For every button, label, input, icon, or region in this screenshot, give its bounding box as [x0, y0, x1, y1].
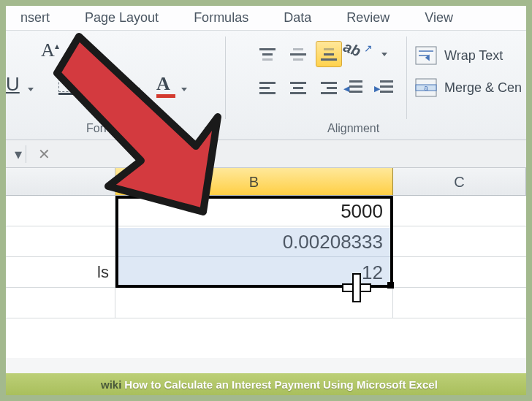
cancel-icon[interactable]: ✕: [32, 145, 56, 163]
cell-B1[interactable]: 5000: [115, 196, 393, 226]
borders-dropdown-icon[interactable]: [82, 88, 88, 91]
tab-view[interactable]: View: [417, 6, 460, 30]
caption-bar: wiki How to Calculate an Interest Paymen…: [6, 373, 526, 395]
grow-font-button[interactable]: A▴: [41, 39, 59, 61]
orientation-button[interactable]: ab ↗: [343, 41, 395, 67]
group-divider: [406, 37, 407, 119]
align-bottom-button[interactable]: [316, 41, 342, 67]
ribbon-tabs: nsert Page Layout Formulas Data Review V…: [6, 6, 526, 31]
shrink-font-button[interactable]: A▾: [67, 44, 80, 59]
excel-window: nsert Page Layout Formulas Data Review V…: [6, 6, 526, 395]
column-header-B[interactable]: B: [115, 168, 393, 195]
fill-color-button[interactable]: ◢: [107, 73, 132, 98]
wrap-text-button[interactable]: Wrap Text: [415, 39, 522, 72]
font-dialog-launcher[interactable]: ↘: [203, 124, 211, 135]
tab-data[interactable]: Data: [276, 6, 319, 30]
cell-A3[interactable]: ls: [6, 257, 115, 287]
increase-indent-button[interactable]: ▶: [373, 75, 398, 99]
tab-formulas[interactable]: Formulas: [186, 6, 256, 30]
align-center-button[interactable]: [285, 75, 311, 101]
tab-page-layout[interactable]: Page Layout: [77, 6, 166, 30]
svg-text:a: a: [424, 84, 428, 92]
fill-color-dropdown-icon[interactable]: [134, 88, 140, 91]
formula-bar: ▾ ✕ 0: [6, 140, 526, 168]
cell-C4[interactable]: [393, 288, 526, 318]
decrease-indent-button[interactable]: ◀: [342, 75, 367, 99]
column-header-A[interactable]: [6, 168, 115, 195]
tab-insert[interactable]: nsert: [13, 6, 57, 30]
horizontal-align-group: [254, 75, 342, 101]
cell-B2[interactable]: 0.00208333: [115, 226, 393, 256]
group-divider: [225, 37, 226, 119]
cell-A2[interactable]: [6, 226, 115, 256]
caption-text: How to Calculate an Interest Payment Usi…: [124, 378, 437, 391]
cell-C3[interactable]: [393, 257, 526, 287]
indent-group: ◀ ▶: [342, 75, 398, 99]
align-top-button[interactable]: [254, 41, 281, 67]
formula-bar-value[interactable]: 0: [151, 145, 160, 164]
column-header-C[interactable]: C: [393, 168, 526, 195]
cell-C1[interactable]: [393, 196, 526, 226]
wrap-text-icon: [415, 46, 437, 65]
underline-dropdown-icon[interactable]: [28, 88, 34, 91]
cell-B3[interactable]: 12: [115, 257, 393, 287]
ribbon: A▴ A▾ U ◢ A Fon ↘ a: [6, 31, 526, 140]
merge-center-label: Merge & Cen: [444, 80, 522, 96]
merge-center-icon: a: [415, 78, 437, 97]
column-headers: B C: [6, 168, 526, 196]
merge-center-button[interactable]: a Merge & Cen: [415, 72, 522, 104]
align-right-button[interactable]: [316, 75, 342, 101]
cell-A4[interactable]: [6, 288, 115, 318]
font-group-label: Fon: [86, 122, 107, 135]
wrap-merge-group: Wrap Text a Merge & Cen: [415, 39, 522, 104]
name-box-dropdown-icon[interactable]: ▾: [10, 145, 26, 163]
font-color-button[interactable]: A: [156, 73, 181, 98]
align-middle-button[interactable]: [285, 41, 311, 67]
wrap-text-label: Wrap Text: [444, 48, 503, 64]
borders-button[interactable]: [57, 73, 79, 95]
font-color-dropdown-icon[interactable]: [181, 88, 187, 91]
vertical-align-group: [254, 41, 342, 67]
cell-B4[interactable]: [115, 288, 393, 318]
spreadsheet-grid[interactable]: B C 5000 0.00208333 ls 12: [6, 168, 526, 358]
alignment-group-label: Alignment: [327, 122, 379, 135]
cell-C2[interactable]: [393, 226, 526, 256]
cell-A1[interactable]: [6, 196, 115, 226]
align-left-button[interactable]: [254, 75, 281, 101]
underline-button[interactable]: U: [6, 73, 20, 96]
caption-prefix: wiki: [101, 378, 121, 391]
tab-review[interactable]: Review: [339, 6, 397, 30]
